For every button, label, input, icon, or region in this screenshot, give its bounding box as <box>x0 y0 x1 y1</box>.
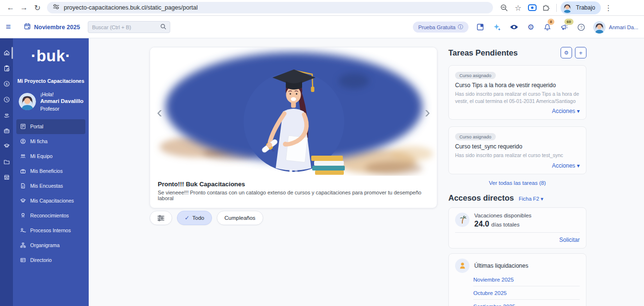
payslip-month-link[interactable]: Octubre 2025 <box>473 286 580 300</box>
carousel-dot-active[interactable] <box>290 170 293 172</box>
carousel-subtitle: Se vieneee!!! Pronto contaras con un cat… <box>158 190 429 201</box>
carousel-next-icon[interactable]: › <box>425 103 430 120</box>
user-menu[interactable]: Anmari Da... <box>593 21 638 34</box>
greeting: ¡Hola! <box>40 91 83 98</box>
vacations-card: Vacaciones disponibles 24.0 días totales… <box>448 207 586 249</box>
sidebar-item-mi-equipo[interactable]: Mi Equipo <box>16 149 85 164</box>
tasks-settings-button[interactable]: ⚙ <box>561 47 572 58</box>
media-controls-icon[interactable] <box>526 1 539 14</box>
task-title: Curso Tips a la hora de vestir requerido <box>455 82 580 89</box>
browser-menu-icon[interactable]: ⋮ <box>602 1 615 14</box>
sidebar-item-label: Mi Equipo <box>30 153 53 159</box>
browser-profile-chip[interactable]: Trabajo <box>561 1 601 14</box>
search-icon[interactable] <box>160 23 166 32</box>
sidebar-user-role: Profesor <box>40 105 83 112</box>
site-settings-icon[interactable] <box>53 3 59 12</box>
svg-text:$: $ <box>6 82 8 86</box>
view-all-tasks-link[interactable]: Ver todas las tareas (8) <box>448 180 586 186</box>
sparkles-ai-icon[interactable] <box>492 23 502 32</box>
sidebar-item-mis-beneficios[interactable]: Mis Beneficios <box>16 164 85 179</box>
browser-forward-button[interactable]: → <box>17 1 31 14</box>
payslip-month-link[interactable]: Septiembre 2025 <box>473 300 580 306</box>
sliders-icon <box>157 215 164 221</box>
carousel-dot[interactable] <box>295 170 298 172</box>
orgchart-icon <box>20 242 26 248</box>
filter-birthdays-pill[interactable]: Cumpleaños <box>217 211 263 225</box>
task-card: Curso asignado Curso test_sync requerido… <box>448 126 586 174</box>
sidebar-item-directorio[interactable]: Directorio <box>16 253 85 268</box>
trial-badge[interactable]: Prueba Gratuita ⓘ <box>413 22 468 33</box>
sidebar-item-portal[interactable]: Portal <box>16 119 85 134</box>
user-avatar <box>593 21 606 34</box>
project-name: Mi Proyecto Capacitaciones <box>13 78 89 84</box>
rail-benefits-hand-icon[interactable] <box>0 107 13 123</box>
profile-card-icon <box>20 138 26 144</box>
bookmark-star-icon[interactable]: ☆ <box>512 1 525 14</box>
gear-icon: ⚙ <box>564 50 569 56</box>
browser-back-button[interactable]: ← <box>4 1 17 14</box>
benefits-icon <box>20 168 26 174</box>
rail-clipboard-icon[interactable] <box>0 61 13 77</box>
profile-avatar <box>562 2 573 13</box>
rail-company-icon[interactable] <box>0 170 13 185</box>
rail-home-icon[interactable] <box>0 45 13 61</box>
settings-gear-icon[interactable]: ⚙ <box>526 23 536 32</box>
rail-education-cap-icon[interactable] <box>0 138 13 154</box>
sidebar-item-label: Portal <box>30 124 43 129</box>
period-selector[interactable]: Noviembre 2025 <box>24 23 80 32</box>
announcement-icon[interactable]: 60 <box>560 23 569 32</box>
task-actions-dropdown[interactable]: Acciones ▾ <box>455 162 580 169</box>
browser-toolbar: ← → ↻ proyecto-capacitaciones.buk.cl/sta… <box>0 0 644 16</box>
url-text: proyecto-capacitaciones.buk.cl/static_pa… <box>64 4 198 11</box>
vacations-label: Vacaciones disponibles <box>474 213 531 218</box>
sidebar-item-procesos-internos[interactable]: Procesos Internos <box>16 223 85 238</box>
rail-money-icon[interactable]: $ <box>0 76 13 92</box>
sidebar-toggle-icon[interactable]: ≡ <box>6 22 16 32</box>
sidebar-item-label: Reconocimientos <box>30 213 69 218</box>
user-short-name: Anmari Da... <box>609 24 638 30</box>
app-toolbar: ≡ Noviembre 2025 Prueba Gratuita <box>0 16 644 38</box>
sidebar-item-label: Procesos Internos <box>30 227 71 233</box>
zoom-out-icon[interactable] <box>498 1 511 14</box>
filter-settings-button[interactable] <box>150 211 172 225</box>
rail-folder-icon[interactable] <box>0 154 13 170</box>
request-vacation-link[interactable]: Solicitar <box>455 232 580 243</box>
extensions-puzzle-icon[interactable] <box>539 1 552 14</box>
sidebar-item-mis-capacitaciones[interactable]: Mis Capacitaciones <box>16 193 85 208</box>
shortcuts-header: Accesos directos Ficha F2 ▾ <box>448 193 586 203</box>
tasks-header: Tareas Pendientes ⚙ + <box>448 47 586 58</box>
task-description: Has sido inscrito para realizar el curso… <box>455 91 580 105</box>
help-icon[interactable]: ? <box>576 23 586 32</box>
bookmark-icon[interactable] <box>476 23 485 32</box>
filter-birthdays-label: Cumpleaños <box>224 215 256 221</box>
sidebar-item-mi-ficha[interactable]: Mi ficha <box>16 134 85 149</box>
carousel-image: ‹ › <box>150 47 437 176</box>
sidebar-user-block: ¡Hola! Anmari Davalillo Profesor <box>19 91 89 112</box>
vacation-days-value: 24.0 <box>474 220 489 228</box>
sidebar-item-organigrama[interactable]: Organigrama <box>16 238 85 253</box>
carousel-title: Pronto!!! Buk Capacitaciones <box>158 181 429 188</box>
sidebar-item-mis-encuestas[interactable]: Mis Encuestas <box>16 179 85 193</box>
search-input[interactable] <box>92 24 160 30</box>
rail-history-clock-icon[interactable] <box>0 92 13 108</box>
tasks-add-button[interactable]: + <box>575 47 586 58</box>
filter-all-pill[interactable]: ✓ Todo <box>177 211 212 225</box>
address-bar[interactable]: proyecto-capacitaciones.buk.cl/static_pa… <box>47 2 493 13</box>
carousel-prev-icon[interactable]: ‹ <box>157 103 162 120</box>
notifications-bell-icon[interactable]: 8 <box>543 23 552 32</box>
sidebar-item-reconocimientos[interactable]: Reconocimientos <box>16 208 85 223</box>
task-title: Curso test_sync requerido <box>455 143 580 150</box>
plus-icon: + <box>579 49 583 57</box>
visibility-eye-icon[interactable] <box>509 23 519 32</box>
global-search[interactable] <box>88 21 170 33</box>
profile-name: Trabajo <box>576 4 595 11</box>
ficha-selector[interactable]: Ficha F2 ▾ <box>519 196 543 202</box>
sidebar-item-label: Mis Encuestas <box>30 183 63 189</box>
browser-reload-button[interactable]: ↻ <box>31 1 44 14</box>
rail-briefcase-icon[interactable] <box>0 123 13 139</box>
sidebar-item-label: Mis Capacitaciones <box>30 198 74 204</box>
payslip-month-link[interactable]: Noviembre 2025 <box>473 273 580 286</box>
task-actions-dropdown[interactable]: Acciones ▾ <box>455 108 580 114</box>
right-panel: Tareas Pendientes ⚙ + Curso asignado Cur… <box>448 38 586 306</box>
main-content: ‹ › Pronto!!! Buk Capacitaciones Se vien… <box>89 38 644 306</box>
